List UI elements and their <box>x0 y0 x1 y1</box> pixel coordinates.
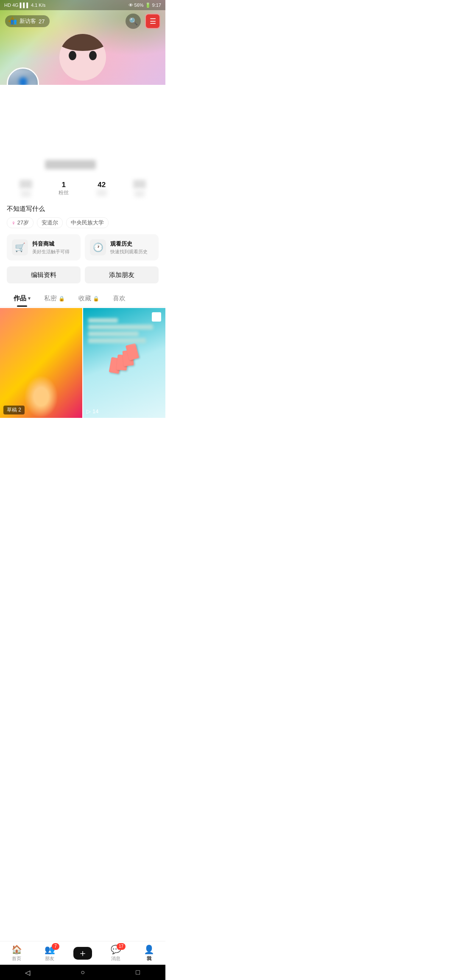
avatar[interactable]: 👤 <box>7 67 39 85</box>
mall-title: 抖音商城 <box>32 240 70 248</box>
tag-location[interactable]: 安道尔 <box>37 217 63 228</box>
tab-favorites[interactable]: 收藏 🔒 <box>72 290 106 307</box>
tab-private-lock: 🔒 <box>59 296 65 302</box>
tab-likes[interactable]: 喜欢 <box>106 290 132 307</box>
tag-location-label: 安道尔 <box>42 219 58 227</box>
stats-row: 0 关注 1 粉丝 42 获赞 4 收藏 <box>7 173 159 201</box>
avatar-area: 👤 <box>7 67 39 85</box>
tab-likes-label: 喜欢 <box>113 294 126 302</box>
status-speed: 4.1 K/s <box>31 3 45 8</box>
tab-favorites-label: 收藏 <box>78 294 91 302</box>
history-info: 观看历史 快速找到观看历史 <box>110 240 148 255</box>
history-sub: 快速找到观看历史 <box>110 249 148 255</box>
draft-badge: 草稿 2 <box>3 406 25 414</box>
fav-count: 4 <box>133 180 146 188</box>
menu-icon: ☰ <box>150 17 156 26</box>
bio-text: 不知道写什么 <box>7 201 159 217</box>
mall-sub: 美好生活触手可得 <box>32 249 70 255</box>
mall-icon: 🛒 <box>12 239 28 255</box>
tag-age-label: 27岁 <box>17 219 29 227</box>
status-right: 👁 56% 🔋 9:17 <box>128 3 161 8</box>
visitor-count: 27 <box>39 18 45 25</box>
service-mall[interactable]: 🛒 抖音商城 美好生活触手可得 <box>7 234 81 260</box>
stat-follow[interactable]: 0 关注 <box>7 180 45 197</box>
username-row <box>7 153 159 173</box>
tab-works-label: 作品 <box>14 294 26 302</box>
status-network: 4G <box>12 3 19 8</box>
edit-profile-button[interactable]: 编辑资料 <box>7 266 81 283</box>
search-button[interactable]: 🔍 <box>126 14 141 29</box>
doll-face <box>59 34 106 81</box>
play-count: ▷ 14 <box>87 408 98 414</box>
stat-fans[interactable]: 1 粉丝 <box>45 181 83 196</box>
mall-info: 抖音商城 美好生活触手可得 <box>32 240 70 255</box>
tabs-row: 作品 ▾ 私密 🔒 收藏 🔒 喜欢 <box>0 290 165 307</box>
cover-area: ✦ HD 4G ▌▌▌ 4.1 K/s 👁 56% 🔋 9:17 👥 新访客 2… <box>0 0 165 85</box>
history-icon: 🕐 <box>90 239 106 255</box>
stat-likes[interactable]: 42 获赞 <box>83 181 121 196</box>
stat-favorites[interactable]: 4 收藏 <box>121 180 159 197</box>
menu-button[interactable]: ☰ <box>145 14 160 29</box>
tab-favorites-lock: 🔒 <box>93 296 99 302</box>
fans-label: 粉丝 <box>45 189 83 196</box>
visitor-button[interactable]: 👥 新访客 27 <box>5 15 50 27</box>
username-blurred <box>45 160 96 169</box>
avatar-image: 👤 <box>8 69 38 85</box>
visitor-label: 新访客 <box>20 17 36 25</box>
tag-school[interactable]: 中央民族大学 <box>66 217 109 228</box>
service-row: 🛒 抖音商城 美好生活触手可得 🕐 观看历史 快速找到观看历史 <box>7 234 159 266</box>
likes-label: 获赞 <box>97 189 107 196</box>
video-thumb-2[interactable]: ▷ 14 <box>83 308 165 418</box>
history-title: 观看历史 <box>110 240 148 248</box>
add-friend-button[interactable]: 添加朋友 <box>85 266 159 283</box>
status-time: 9:17 <box>152 3 161 8</box>
thumb2-overlay <box>88 318 160 345</box>
tab-works[interactable]: 作品 ▾ <box>7 290 37 307</box>
play-count-label: 14 <box>92 408 98 414</box>
fans-count: 1 <box>45 181 83 189</box>
action-row: 编辑资料 添加朋友 <box>7 266 159 290</box>
service-history[interactable]: 🕐 观看历史 快速找到观看历史 <box>85 234 159 260</box>
female-icon: ♀ <box>11 220 16 226</box>
thumb2-white-box <box>152 312 161 322</box>
status-signal-bars: ▌▌▌ <box>20 3 30 8</box>
status-left: HD 4G ▌▌▌ 4.1 K/s <box>4 3 45 8</box>
doll-eye-left <box>69 51 76 60</box>
tag-school-label: 中央民族大学 <box>71 219 104 227</box>
doll-eye-right <box>89 51 97 60</box>
fav-label: 收藏 <box>134 190 145 197</box>
status-battery: 56% <box>134 3 144 8</box>
profile-card: 0 关注 1 粉丝 42 获赞 4 收藏 不知道写什么 ♀ 27岁 安道尔 中央… <box>0 153 165 469</box>
tab-works-arrow: ▾ <box>28 296 31 301</box>
search-icon: 🔍 <box>129 17 138 26</box>
follow-label: 关注 <box>21 190 31 197</box>
header-top: 👥 新访客 27 🔍 ☰ <box>0 10 165 32</box>
video-grid: 草稿 2 ▷ 14 <box>0 308 165 418</box>
visitor-icon: 👥 <box>10 18 17 25</box>
status-eye-icon: 👁 <box>128 3 133 8</box>
status-hd: HD <box>4 3 11 8</box>
follow-count: 0 <box>20 180 32 188</box>
tag-age[interactable]: ♀ 27岁 <box>7 217 34 228</box>
tab-private[interactable]: 私密 🔒 <box>37 290 72 307</box>
status-bar: HD 4G ▌▌▌ 4.1 K/s 👁 56% 🔋 9:17 <box>0 0 165 10</box>
likes-count: 42 <box>83 181 121 189</box>
video-thumb-1[interactable]: 草稿 2 <box>0 308 82 418</box>
status-battery-icon: 🔋 <box>145 3 151 8</box>
tab-private-label: 私密 <box>44 294 57 302</box>
tags-row: ♀ 27岁 安道尔 中央民族大学 <box>7 217 159 234</box>
play-icon: ▷ <box>87 408 91 414</box>
